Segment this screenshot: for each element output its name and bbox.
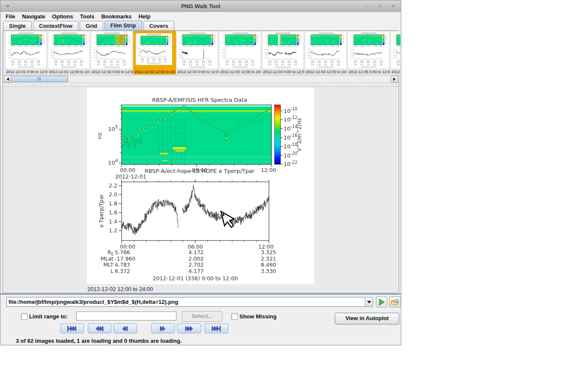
svg-text:2012-12-01: 2012-12-01: [115, 173, 146, 180]
thumbnail-image[interactable]: [348, 32, 389, 68]
thumbnail-cell[interactable]: 2012-12-05 0:00 to 12:00: [347, 31, 390, 74]
thumbnail-cell[interactable]: 2012-12-05 12:00 to 24:00: [390, 31, 400, 74]
thumbnail-image[interactable]: [305, 32, 346, 68]
thumbnail-caption: 2012-12-02 0:00 to 12:00: [90, 70, 133, 74]
tab-film-strip[interactable]: Film Strip: [104, 21, 142, 30]
svg-text:4.172: 4.172: [188, 249, 204, 255]
thumbnail-cell[interactable]: 2012-12-01 0:00 to 12:00: [5, 31, 48, 74]
jump-back-button[interactable]: [88, 324, 111, 333]
svg-text:4.783: 4.783: [115, 261, 130, 268]
thumbnail-caption: 2012-12-01 12:00 to 24:00: [48, 70, 90, 74]
window-title: PNG Walk Tool: [0, 3, 401, 9]
svg-text:4.177: 4.177: [188, 268, 204, 274]
svg-text:10-14: 10-14: [284, 124, 298, 132]
filmstrip-scrollbar[interactable]: [3, 75, 399, 83]
scroll-left-button[interactable]: [4, 76, 11, 83]
skip-to-first-button[interactable]: [60, 324, 84, 333]
svg-text:RBSP-A/EMFISIS HFR Spectra Da: RBSP-A/EMFISIS HFR Spectra Data: [152, 97, 247, 103]
svg-text:10-10: 10-10: [284, 107, 298, 114]
jump-forward-icon: [185, 326, 194, 332]
thumbnail-strip: 2012-12-01 0:00 to 12:00 2012-12-01 12:0…: [3, 31, 400, 74]
status-text: 3 of 62 images loaded, 1 are loading and…: [16, 338, 182, 344]
thumbnail-caption: 2012-12-03 0:00 to 12:00: [176, 70, 219, 74]
title-bar: PNG Walk Tool – + ×: [0, 0, 401, 12]
svg-text:MLT: MLT: [103, 261, 113, 268]
thumbnail-caption: 2012-12-04 12:00 to 24:00: [304, 70, 347, 74]
tab-single[interactable]: Single: [3, 21, 32, 30]
film-strip-panel: 2012-12-01 0:00 to 12:00 2012-12-01 12:0…: [3, 30, 399, 293]
svg-text:10-22: 10-22: [284, 160, 298, 168]
template-uri-dropdown-button[interactable]: [365, 297, 373, 307]
menu-bookmarks[interactable]: Bookmarks: [98, 13, 135, 20]
svg-text:00:00: 00:00: [120, 167, 135, 173]
view-in-autoplot-button[interactable]: View in Autoplot: [335, 313, 399, 324]
skip-to-last-button[interactable]: [205, 324, 228, 333]
thumbnail-cell[interactable]: 2012-12-02 0:00 to 12:00: [90, 31, 133, 74]
svg-text:104: 104: [108, 158, 118, 166]
go-button[interactable]: [376, 297, 387, 307]
svg-text:1.2: 1.2: [109, 227, 117, 234]
tab-contextflow[interactable]: ContextFlow: [33, 21, 78, 30]
tab-covers[interactable]: Covers: [143, 21, 174, 30]
thumbnail-image[interactable]: [391, 32, 400, 68]
timeline-tick-strip[interactable]: [3, 83, 399, 87]
thumbnail-caption: 2012-12-01 0:00 to 12:00: [5, 70, 48, 74]
svg-text:V^2/m^2/Hz: V^2/m^2/Hz: [296, 118, 302, 152]
previous-button[interactable]: [113, 324, 137, 333]
close-button[interactable]: ×: [390, 2, 397, 10]
tab-grid[interactable]: Grid: [80, 21, 103, 30]
skip-to-first-icon: [67, 326, 78, 332]
menu-tools[interactable]: Tools: [77, 13, 98, 20]
thumbnail-image[interactable]: [136, 33, 172, 65]
thumbnail-cell[interactable]: 2012-12-03 0:00 to 12:00: [176, 31, 219, 74]
maximize-button[interactable]: +: [377, 2, 384, 10]
thumbnail-image[interactable]: [220, 32, 260, 68]
thumbnail-image[interactable]: [263, 32, 303, 68]
select-range-button[interactable]: Select...: [182, 311, 222, 322]
svg-text:RBSP-A/ect-hope-L3 HOPE e Tpe: RBSP-A/ect-hope-L3 HOPE e Tperp/Tpar: [145, 168, 255, 174]
svg-text:2.0: 2.0: [109, 191, 117, 198]
show-missing-checkbox[interactable]: [231, 313, 238, 320]
bottom-controls: Limit range to: Select... Show Missing V…: [0, 295, 401, 345]
menu-help[interactable]: Help: [135, 13, 154, 20]
tab-bar: Single ContextFlow Grid Film Strip Cover…: [0, 21, 401, 30]
pngwalk-window: PNG Walk Tool – + × File Navigate Option…: [0, 0, 401, 345]
thumbnail-image[interactable]: [48, 32, 89, 68]
thumbnail-cell-selected[interactable]: 2012-12-02 12:00 to 24:00: [133, 31, 176, 74]
jump-back-icon: [96, 326, 104, 332]
browse-button[interactable]: [389, 297, 400, 307]
svg-text:1.4: 1.4: [109, 218, 117, 225]
svg-text:6.372: 6.372: [115, 268, 130, 274]
menu-navigate[interactable]: Navigate: [18, 13, 48, 20]
thumbnail-image[interactable]: [177, 32, 218, 68]
thumbnail-cell[interactable]: 2012-12-04 0:00 to 12:00: [262, 31, 304, 74]
menu-options[interactable]: Options: [49, 13, 77, 20]
svg-text:MLat: MLat: [101, 255, 113, 262]
scroll-right-button[interactable]: [391, 76, 398, 83]
next-button[interactable]: [151, 324, 175, 333]
plot-image: RBSP-A/EMFISIS HFR Spectra DataHz1051040…: [87, 88, 314, 284]
scroll-right-icon: [393, 77, 396, 81]
thumbnail-cell[interactable]: 2012-12-04 12:00 to 24:00: [304, 31, 347, 74]
jump-forward-button[interactable]: [177, 324, 201, 333]
thumbnail-caption: 2012-12-02 12:00 to 24:00: [133, 70, 176, 74]
svg-text:1.6: 1.6: [109, 209, 117, 216]
scrollbar-thumb[interactable]: [11, 76, 68, 82]
minimize-button[interactable]: –: [364, 2, 371, 10]
thumbnail-cell[interactable]: 2012-12-01 12:00 to 24:00: [48, 31, 90, 74]
limit-range-input[interactable]: [76, 312, 176, 321]
menu-file[interactable]: File: [2, 13, 18, 20]
svg-text:2.321: 2.321: [261, 255, 276, 262]
scrollbar-grip-icon: [38, 77, 41, 80]
svg-text:e Tperp/Tpar: e Tperp/Tpar: [98, 194, 104, 227]
thumbnail-image[interactable]: [91, 32, 132, 68]
template-uri-input[interactable]: [6, 297, 365, 307]
thumbnail-caption: 2012-12-05 0:00 to 12:00: [347, 70, 390, 74]
skip-to-last-icon: [212, 326, 222, 332]
thumbnail-caption: 2012-12-05 12:00 to 24:00: [390, 70, 400, 74]
thumbnail-cell[interactable]: 2012-12-03 12:00 to 24:00: [219, 31, 262, 74]
svg-text:3.325: 3.325: [261, 249, 276, 255]
thumbnail-image[interactable]: [6, 32, 46, 68]
svg-text:2012-12-01 (336) 0:00 to 12:00: 2012-12-01 (336) 0:00 to 12:00: [153, 275, 238, 282]
limit-range-checkbox[interactable]: [21, 313, 27, 320]
